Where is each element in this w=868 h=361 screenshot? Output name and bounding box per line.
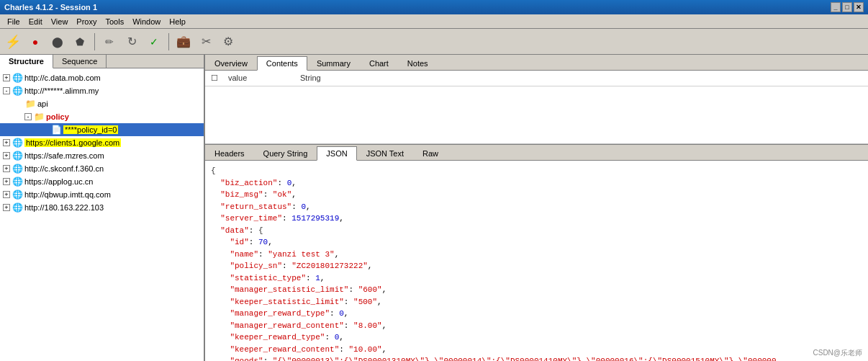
json-line-3: "return_status": 0, — [211, 201, 862, 213]
page-icon-policy: 📄 — [51, 125, 61, 135]
item-text-policy: policy — [46, 112, 69, 121]
item-text-qq: http://qbwup.imtt.qq.com — [24, 190, 111, 199]
tab-raw[interactable]: Raw — [413, 146, 448, 161]
json-content-area: { "biz_action": 0, "biz_msg": "ok", "ret… — [205, 161, 868, 361]
item-text-applog: https://applog.uc.cn — [24, 177, 93, 186]
tab-sequence[interactable]: Sequence — [53, 55, 107, 68]
validate-button[interactable]: ✓ — [144, 32, 164, 52]
lightning-button[interactable]: ⚡ — [3, 32, 23, 52]
tree-item-mzres[interactable]: + 🌐 https://safe.mzres.com — [0, 149, 204, 162]
settings-button[interactable]: ⚙ — [218, 32, 238, 52]
title-bar: Charles 4.1.2 - Session 1 _ □ ✕ — [0, 0, 868, 14]
close-button[interactable]: ✕ — [854, 2, 864, 12]
expand-ip[interactable]: + — [3, 204, 10, 211]
left-panel-tabs: Structure Sequence — [0, 55, 204, 68]
tree-item-applog[interactable]: + 🌐 https://applog.uc.cn — [0, 175, 204, 188]
expand-mzres[interactable]: + — [3, 152, 10, 159]
folder-icon-policy: 📁 — [34, 112, 44, 122]
tab-json[interactable]: JSON — [317, 146, 356, 161]
tab-structure[interactable]: Structure — [0, 55, 53, 68]
tab-chart[interactable]: Chart — [360, 56, 398, 71]
tree-item-api[interactable]: 📁 api — [0, 97, 204, 110]
tree-item-policy-item[interactable]: 📄 ****policy_id=0 — [0, 123, 204, 136]
tab-headers[interactable]: Headers — [205, 146, 254, 161]
refresh-button[interactable]: ↻ — [122, 32, 142, 52]
json-line-9: "statistic_type": 1, — [211, 272, 862, 285]
toolbar-separator-1 — [94, 33, 95, 50]
edit-button[interactable]: ✏ — [99, 32, 119, 52]
menu-tools[interactable]: Tools — [101, 16, 128, 27]
item-text-mob: http://c.data.mob.com — [24, 73, 101, 82]
tree-area: + 🌐 http://c.data.mob.com - 🌐 http://***… — [0, 68, 204, 361]
tab-summary[interactable]: Summary — [307, 56, 360, 71]
json-line-13: "manager_reward_content": "8.00", — [211, 320, 862, 332]
tree-item-qq[interactable]: + 🌐 http://qbwup.imtt.qq.com — [0, 188, 204, 201]
expand-google[interactable]: + — [3, 139, 10, 146]
table-header: ☐ value String — [205, 71, 868, 86]
toolbar: ⚡ ● ⬤ ⬟ ✏ ↻ ✓ 💼 ✂ ⚙ — [0, 29, 868, 55]
json-line-12: "manager_reward_type": 0, — [211, 308, 862, 320]
json-line-5: "data": { — [211, 225, 862, 237]
tree-item-google[interactable]: + 🌐 https://clients1.google.com — [0, 136, 204, 149]
folder-icon-api: 📁 — [25, 99, 35, 109]
tab-querystring[interactable]: Query String — [254, 146, 317, 161]
header-string: String — [300, 73, 862, 83]
json-line-7: "name": "yanzi test 3", — [211, 249, 862, 261]
globe-icon-360: 🌐 — [12, 164, 22, 174]
json-line-16: "goods": "{\"00000013\":{\"DS00001310MY\… — [211, 355, 862, 361]
right-panel: Overview Contents Summary Chart Notes ☐ … — [205, 55, 868, 361]
tools-button[interactable]: ✂ — [196, 32, 216, 52]
tree-item-policy[interactable]: - 📁 policy — [0, 110, 204, 123]
globe-icon-google: 🌐 — [12, 138, 22, 148]
expand-qq[interactable]: + — [3, 191, 10, 198]
json-line-4: "server_time": 1517295319, — [211, 213, 862, 225]
menu-view[interactable]: View — [47, 16, 73, 27]
right-top-tabs: Overview Contents Summary Chart Notes — [205, 55, 868, 71]
toolbar-separator-2 — [168, 33, 169, 50]
main-area: Structure Sequence + 🌐 http://c.data.mob… — [0, 55, 868, 361]
tab-json-text[interactable]: JSON Text — [357, 146, 413, 161]
content-display-area — [205, 86, 868, 144]
expand-applog[interactable]: + — [3, 178, 10, 185]
expand-alimm[interactable]: - — [3, 87, 10, 94]
json-line-2: "biz_msg": "ok", — [211, 189, 862, 201]
maximize-button[interactable]: □ — [842, 2, 852, 12]
menu-proxy[interactable]: Proxy — [72, 16, 101, 27]
header-checkbox: ☐ — [211, 73, 222, 83]
menu-file[interactable]: File — [3, 16, 24, 27]
tree-item-360[interactable]: + 🌐 http://c.skconf.f.360.cn — [0, 162, 204, 175]
left-panel: Structure Sequence + 🌐 http://c.data.mob… — [0, 55, 205, 361]
record-button[interactable]: ● — [25, 32, 45, 52]
watermark: CSDN@乐老师 — [813, 348, 863, 358]
json-line-1: "biz_action": 0, — [211, 177, 862, 190]
tab-notes[interactable]: Notes — [398, 56, 438, 71]
tree-item-mob[interactable]: + 🌐 http://c.data.mob.com — [0, 71, 204, 84]
menu-edit[interactable]: Edit — [24, 16, 47, 27]
tab-contents[interactable]: Contents — [257, 56, 307, 71]
item-text-google: https://clients1.google.com — [24, 138, 121, 147]
clear-button[interactable]: ⬤ — [48, 32, 68, 52]
minimize-button[interactable]: _ — [831, 2, 841, 12]
json-line-0: { — [211, 165, 862, 177]
json-line-6: "id": 70, — [211, 236, 862, 249]
json-line-10: "manager_statistic_limit": "600", — [211, 284, 862, 296]
expand-mob[interactable]: + — [3, 74, 10, 81]
expand-360[interactable]: + — [3, 165, 10, 172]
tree-item-ip[interactable]: + 🌐 http://180.163.222.103 — [0, 201, 204, 214]
save-button[interactable]: 💼 — [173, 32, 194, 52]
tab-overview[interactable]: Overview — [205, 56, 257, 71]
item-text-mzres: https://safe.mzres.com — [24, 151, 104, 160]
globe-icon-mzres: 🌐 — [12, 151, 22, 161]
globe-icon-applog: 🌐 — [12, 177, 22, 187]
header-value: value — [228, 73, 300, 83]
item-text-alimm: http://******.alimm.my — [24, 86, 99, 95]
menu-window[interactable]: Window — [128, 16, 165, 27]
tree-item-alimm[interactable]: - 🌐 http://******.alimm.my — [0, 84, 204, 97]
expand-policy[interactable]: - — [24, 113, 32, 120]
stop-button[interactable]: ⬟ — [70, 32, 90, 52]
json-line-15: "keeper_reward_content": "10.00", — [211, 344, 862, 356]
menu-help[interactable]: Help — [165, 16, 190, 27]
item-text-ip: http://180.163.222.103 — [24, 203, 104, 212]
globe-icon-qq: 🌐 — [12, 190, 22, 200]
item-text-policy-item: ****policy_id=0 — [63, 125, 118, 134]
